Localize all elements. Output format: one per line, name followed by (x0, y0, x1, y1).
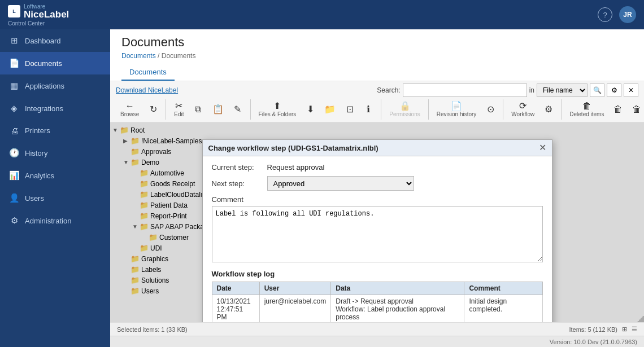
logo-area: L Loftware NiceLabel Control Center (8, 3, 69, 27)
workflow2-icon: ⚙ (545, 105, 552, 114)
back-button[interactable]: ←Browse (116, 99, 143, 120)
sidebar-item-documents[interactable]: 📄 Documents (0, 52, 110, 74)
revhist1-button[interactable]: 📄Revision history (432, 99, 481, 120)
help-icon[interactable]: ? (598, 7, 612, 22)
list-view-icon[interactable]: ☰ (632, 326, 637, 333)
documents-icon: 📄 (9, 58, 19, 68)
log-cell-comment-1: Initial design completed. (464, 295, 542, 323)
logo-loftware: Loftware (24, 3, 69, 10)
page-title: Documents (121, 35, 633, 50)
breadcrumb-link[interactable]: Documents (121, 52, 156, 60)
sidebar-label-history: History (25, 149, 47, 157)
paste-button[interactable]: 📋 (208, 103, 228, 116)
rename-icon: ✎ (234, 105, 241, 114)
log-col-comment: Comment (464, 282, 542, 295)
sidebar-item-dashboard[interactable]: ⊞ Dashboard (0, 29, 110, 52)
upload-icon: ⬆ (273, 102, 281, 111)
items-count-status: Items: 5 (112 KB) (569, 326, 617, 333)
search-button[interactable]: 🔍 (590, 84, 604, 97)
cut-icon: ✂ (175, 102, 182, 111)
info-icon: ℹ (367, 105, 370, 114)
permissions-icon: 🔒 (399, 102, 411, 111)
user-avatar[interactable]: JR (619, 6, 636, 23)
upload-button[interactable]: ⬆Files & Folders (254, 99, 301, 120)
log-col-date: Date (212, 282, 259, 295)
users-icon: 👤 (9, 193, 19, 203)
copy2-icon: ⊡ (346, 105, 354, 114)
workflow-log-title: Workflow step log (212, 270, 543, 278)
next-step-select[interactable]: Approved Reject Request revision (267, 176, 414, 191)
comment-textarea[interactable]: Label is following all UDI regulations. (212, 206, 543, 262)
resize-handle[interactable] (637, 315, 644, 322)
search-settings-button[interactable]: ⚙ (607, 84, 621, 97)
sidebar-label-administration: Administration (25, 217, 71, 225)
modal-header: Change workflow step (UDI-GS1-Datamatrix… (203, 140, 552, 156)
sidebar-item-users[interactable]: 👤 Users (0, 187, 110, 209)
revhist2-icon: ⊙ (487, 105, 494, 114)
sidebar-item-printers[interactable]: 🖨 Printers (0, 120, 110, 142)
log-cell-date-1: 10/13/2021 12:47:51 PM (212, 295, 259, 323)
new-folder-icon: 📁 (324, 105, 336, 114)
search-scope-select[interactable]: File name Content Tags (537, 84, 588, 97)
sidebar-item-analytics[interactable]: 📊 Analytics (0, 164, 110, 187)
copy2-button[interactable]: ⊡ (341, 103, 359, 116)
breadcrumb-current: Documents (162, 52, 196, 60)
toolbar-group-permissions: 🔒Permissions (385, 99, 428, 120)
deleted3-button[interactable]: 🗑 (628, 103, 644, 116)
status-bar: Selected items: 1 (33 KB) Items: 5 (112 … (110, 322, 644, 336)
download-button[interactable]: ⬇ (301, 103, 319, 116)
dashboard-icon: ⊞ (9, 36, 19, 46)
search-input[interactable] (403, 84, 527, 97)
toolbar-group-edit: ✂Edit ⧉ 📋 ✎ (169, 99, 250, 120)
integrations-icon: ◈ (9, 103, 19, 113)
deleted2-button[interactable]: 🗑 (609, 103, 627, 116)
toolbar-area: Download NiceLabel Search: in File name … (110, 81, 644, 122)
sidebar-item-integrations[interactable]: ◈ Integrations (0, 97, 110, 120)
download-nicelabel-link[interactable]: Download NiceLabel (116, 86, 178, 94)
new-folder-button[interactable]: 📁 (320, 103, 340, 116)
refresh-button[interactable]: ↻ (144, 103, 162, 116)
history-icon: 🕐 (9, 148, 19, 158)
paste-icon: 📋 (212, 105, 224, 114)
top-bar-right: ? JR (598, 6, 636, 23)
grid-view-icon[interactable]: ⊞ (622, 326, 627, 333)
log-cell-data-1: Draft -> Request approval Workflow: Labe… (331, 295, 464, 323)
content-area: Documents Documents / Documents Document… (110, 29, 644, 347)
breadcrumb-sep: / (158, 52, 162, 60)
workflow1-button[interactable]: ⟳Workflow (507, 99, 539, 120)
sidebar-label-users: Users (25, 194, 44, 203)
modal-overlay: Change workflow step (UDI-GS1-Datamatrix… (110, 122, 644, 322)
info-button[interactable]: ℹ (359, 103, 377, 116)
copy-icon: ⧉ (195, 105, 201, 114)
revhist2-button[interactable]: ⊙ (481, 103, 499, 116)
analytics-icon: 📊 (9, 170, 19, 181)
log-col-data: Data (331, 282, 464, 295)
sidebar-label-printers: Printers (25, 126, 50, 135)
workflow2-button[interactable]: ⚙ (539, 103, 558, 116)
search-label: Search: (377, 86, 400, 94)
administration-icon: ⚙ (9, 216, 19, 226)
modal-close-button[interactable]: ✕ (539, 143, 546, 152)
search-clear-button[interactable]: ✕ (624, 84, 638, 97)
file-area: ▼ 📁 Root ▶ 📁 !NiceLabel-Samples 📁 Approv… (110, 122, 644, 322)
sidebar-item-history[interactable]: 🕐 History (0, 142, 110, 164)
permissions-button[interactable]: 🔒Permissions (385, 99, 424, 120)
log-col-user: User (259, 282, 331, 295)
deleted1-button[interactable]: 🗑Deleted items (565, 99, 608, 120)
workflow-log-table: Date User Data Comment 10/13/2021 12:47:… (212, 282, 543, 322)
rename-button[interactable]: ✎ (229, 103, 247, 116)
version-text: Version: 10.0 Dev (21.0.0.7963) (550, 339, 637, 345)
copy-button[interactable]: ⧉ (189, 103, 207, 116)
cut-button[interactable]: ✂Edit (169, 99, 188, 120)
sidebar-item-applications[interactable]: ▦ Applications (0, 74, 110, 97)
printers-icon: 🖨 (9, 126, 19, 135)
comment-section: Comment Label is following all UDI regul… (212, 195, 543, 264)
logo-icon: L (8, 5, 20, 17)
revhist1-icon: 📄 (451, 102, 462, 111)
toolbar-group-deleted: 🗑Deleted items 🗑 🗑 (565, 99, 644, 120)
sidebar-label-documents: Documents (25, 59, 62, 68)
sidebar-item-administration[interactable]: ⚙ Administration (0, 209, 110, 232)
top-bar: L Loftware NiceLabel Control Center ? JR (0, 0, 644, 29)
tab-documents[interactable]: Documents (121, 64, 175, 81)
logo-text: NiceLabel (24, 10, 69, 19)
